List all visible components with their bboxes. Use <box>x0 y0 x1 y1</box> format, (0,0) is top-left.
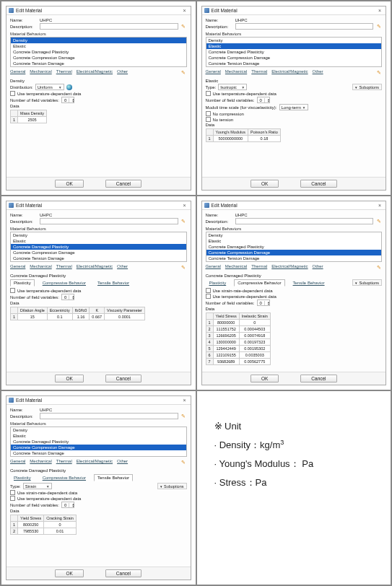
edit-icon[interactable]: ✎ <box>375 218 382 224</box>
description-input[interactable] <box>235 218 374 224</box>
type-select[interactable]: Isotropic▼ <box>218 84 247 90</box>
cell-value[interactable]: 0.00074918 <box>239 333 270 339</box>
cell-value[interactable]: 0.00195302 <box>239 346 270 352</box>
list-item[interactable]: Concrete Compression Damage <box>206 55 382 61</box>
tab-mechanical[interactable]: Mechanical <box>30 459 51 465</box>
subtab-compressive[interactable]: Compressive Behavior <box>39 279 90 287</box>
density-table[interactable]: Mass Density 1 2505 <box>10 110 47 123</box>
cell-value[interactable]: 93682689 <box>213 359 239 365</box>
list-item[interactable]: Density <box>206 232 382 238</box>
tab-thermal[interactable]: Thermal <box>251 69 267 76</box>
temp-dependent-checkbox[interactable]: Use temperature-dependent data <box>10 91 187 96</box>
cell-value[interactable]: 126696205 <box>213 333 239 339</box>
edit-icon[interactable]: ✎ <box>375 23 382 30</box>
list-item[interactable]: Density <box>206 38 382 43</box>
cell-value[interactable]: 2505 <box>18 117 47 123</box>
tab-general[interactable]: General <box>10 69 25 76</box>
ok-button[interactable]: OK <box>55 180 83 188</box>
edit-icon[interactable]: ✎ <box>375 69 382 76</box>
edit-icon[interactable]: ✎ <box>180 218 187 224</box>
type-select[interactable]: Strain▼ <box>23 483 52 489</box>
field-vars-spinner[interactable]: 0▲▼ <box>257 299 270 306</box>
field-vars-spinner[interactable]: 0▲▼ <box>61 502 74 508</box>
cell-value[interactable]: 122109155 <box>213 352 239 359</box>
tab-elecmag[interactable]: Electrical/Magnetic <box>77 459 113 465</box>
ok-button[interactable]: OK <box>55 569 83 577</box>
cell-value[interactable]: 7985530 <box>18 528 44 535</box>
tab-thermal[interactable]: Thermal <box>56 264 72 271</box>
subtab-tensile[interactable]: Tensile Behavior <box>94 474 133 481</box>
subtab-tensile[interactable]: Tensile Behavior <box>94 279 133 287</box>
elastic-table[interactable]: Young's ModulusPoisson's Ratio 150000000… <box>206 128 281 142</box>
list-item[interactable]: Concrete Compression Damage <box>11 445 186 450</box>
cell-value[interactable]: 0.0001 <box>105 314 145 320</box>
tab-elecmag[interactable]: Electrical/Magnetic <box>77 69 113 76</box>
description-input[interactable] <box>235 23 374 30</box>
compression-table[interactable]: Yield StressInelastic Strain 1800000000 … <box>206 312 271 365</box>
ok-button[interactable]: OK <box>251 180 279 188</box>
list-item[interactable]: Elastic <box>11 433 186 439</box>
behaviors-list[interactable]: Density Elastic Concrete Damaged Plastic… <box>10 427 187 457</box>
list-item[interactable]: Elastic <box>206 238 382 244</box>
subtab-plasticity[interactable]: Plasticity <box>206 279 230 287</box>
edit-icon[interactable]: ✎ <box>180 69 187 76</box>
list-item[interactable]: Density <box>11 232 186 238</box>
cell-value[interactable]: 0.667 <box>90 314 105 320</box>
temp-dependent-checkbox[interactable]: Use temperature-dependent data <box>10 496 187 501</box>
tab-elecmag[interactable]: Electrical/Magnetic <box>77 264 113 271</box>
suboptions-button[interactable]: Suboptions <box>352 84 382 90</box>
tab-mechanical[interactable]: Mechanical <box>225 69 247 76</box>
edit-icon[interactable]: ✎ <box>375 264 382 271</box>
tab-general[interactable]: General <box>206 264 221 271</box>
list-item[interactable]: Concrete Tension Damage <box>11 255 186 261</box>
behaviors-list[interactable]: Density Elastic Concrete Damaged Plastic… <box>206 232 383 262</box>
cell-value[interactable]: 111551752 <box>213 326 239 333</box>
cell-value[interactable]: 0.00044503 <box>239 326 270 333</box>
strain-rate-checkbox[interactable]: Use strain-rate-dependent data <box>10 490 187 495</box>
cell-value[interactable]: 0.00197323 <box>239 339 270 346</box>
tab-elecmag[interactable]: Electrical/Magnetic <box>271 69 308 76</box>
list-item[interactable]: Concrete Compression Damage <box>11 55 186 61</box>
cancel-button[interactable]: Cancel <box>300 375 336 382</box>
edit-icon[interactable]: ✎ <box>180 264 187 271</box>
tensile-table[interactable]: Yield StressCracking Strain 180002500 27… <box>10 515 77 535</box>
edit-icon[interactable]: ✎ <box>180 413 187 419</box>
tab-other[interactable]: Other <box>313 264 323 271</box>
edit-icon[interactable]: ✎ <box>180 23 187 30</box>
description-input[interactable] <box>40 413 178 419</box>
tab-mechanical[interactable]: Mechanical <box>225 264 247 271</box>
list-item[interactable]: Concrete Damaged Plasticity <box>11 439 186 445</box>
cancel-button[interactable]: Cancel <box>300 180 336 188</box>
close-icon[interactable]: × <box>181 8 188 13</box>
cell-value[interactable]: 0 <box>44 522 77 528</box>
description-input[interactable] <box>40 23 178 30</box>
tab-other[interactable]: Other <box>117 69 128 76</box>
field-vars-spinner[interactable]: 0 ▲▼ <box>61 97 74 103</box>
temp-dependent-checkbox[interactable]: Use temperature-dependent data <box>206 91 383 96</box>
ok-button[interactable]: OK <box>251 375 279 382</box>
close-icon[interactable]: × <box>376 8 383 13</box>
subtab-compressive[interactable]: Compressive Behavior <box>234 279 284 287</box>
behaviors-list[interactable]: Density Elastic Concrete Damaged Plastic… <box>206 37 383 67</box>
cell-value[interactable]: 80000000 <box>213 320 239 326</box>
list-item[interactable]: Concrete Damaged Plasticity <box>206 49 382 55</box>
list-item[interactable]: Elastic <box>11 43 186 49</box>
behaviors-list[interactable]: Density Elastic Concrete Damaged Plastic… <box>10 37 187 67</box>
edit-icon[interactable]: ✎ <box>180 459 187 465</box>
close-icon[interactable]: × <box>181 203 188 208</box>
tab-general[interactable]: General <box>10 459 25 465</box>
cell-value[interactable]: 0.00562775 <box>239 359 270 365</box>
cell-value[interactable]: 1.16 <box>72 314 90 320</box>
list-item[interactable]: Concrete Compression Damage <box>206 250 382 255</box>
suboptions-button[interactable]: Suboptions <box>157 483 187 489</box>
list-item[interactable]: Concrete Tension Damage <box>11 61 186 66</box>
cancel-button[interactable]: Cancel <box>105 569 141 577</box>
list-item[interactable]: Density <box>11 427 186 433</box>
description-input[interactable] <box>40 218 178 224</box>
cell-value[interactable]: 130000000 <box>213 339 239 346</box>
temp-dependent-checkbox[interactable]: Use temperature-dependent data <box>206 294 383 299</box>
cancel-button[interactable]: Cancel <box>105 375 141 382</box>
list-item[interactable]: Density <box>11 38 186 43</box>
tab-mechanical[interactable]: Mechanical <box>30 264 51 271</box>
list-item[interactable]: Concrete Damaged Plasticity <box>11 244 186 250</box>
